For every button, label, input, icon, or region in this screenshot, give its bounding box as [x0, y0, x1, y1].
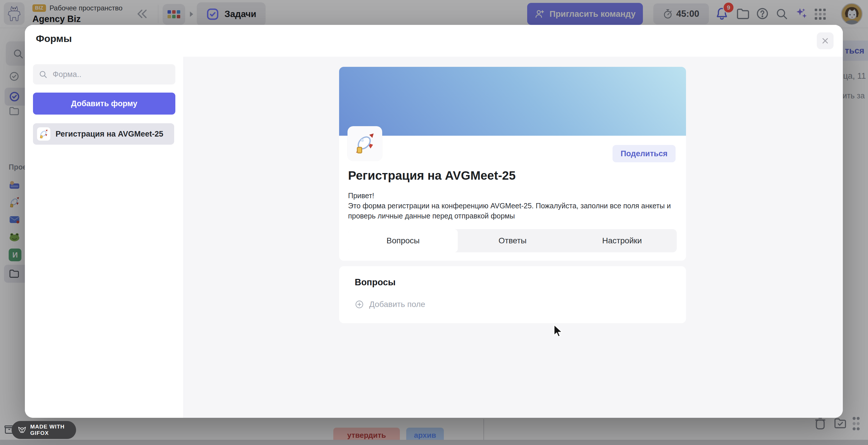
screen: BIZ Рабочее пространство Agency Biz Зада…: [0, 0, 868, 445]
share-button[interactable]: Поделиться: [613, 145, 676, 162]
forms-modal: Формы Добавить форму Регистрация н: [25, 25, 843, 418]
questions-heading: Вопросы: [355, 277, 396, 288]
form-description: Привет! Это форма регистрации на конфере…: [348, 191, 677, 221]
gifox-watermark: MADE WITH GIFOX: [11, 421, 76, 439]
tab-questions[interactable]: Вопросы: [348, 229, 458, 252]
gifox-label: MADE WITH GIFOX: [30, 423, 76, 436]
search-icon: [39, 70, 48, 79]
modal-sidebar: Добавить форму Регистрация на AVGMeet-25: [25, 57, 184, 418]
rocket-emoji-icon: [39, 129, 49, 139]
form-search-field[interactable]: [33, 64, 175, 85]
fox-icon: [18, 425, 26, 434]
add-form-button[interactable]: Добавить форму: [33, 93, 175, 115]
form-title: Регистрация на AVGMeet-25: [348, 169, 516, 183]
questions-card: Вопросы Добавить поле: [339, 266, 686, 323]
modal-main: Поделиться Регистрация на AVGMeet-25 При…: [184, 57, 843, 418]
modal-header: Формы: [25, 25, 843, 57]
form-tabs: Вопросы Ответы Настройки: [348, 229, 677, 252]
form-greeting: Привет!: [348, 191, 677, 201]
form-header-card: Поделиться Регистрация на AVGMeet-25 При…: [339, 67, 686, 261]
form-banner: [339, 67, 686, 136]
rocket-emoji-icon: [353, 132, 376, 155]
form-icon-wrap[interactable]: [347, 126, 382, 161]
modal-title: Формы: [36, 33, 72, 44]
add-field-label: Добавить поле: [369, 300, 425, 309]
add-field-button[interactable]: Добавить поле: [355, 300, 425, 309]
form-description-text: Это форма регистрации на конференцию AVG…: [348, 201, 677, 221]
form-item-icon-wrap: [37, 127, 50, 140]
form-list-item-label: Регистрация на AVGMeet-25: [56, 130, 163, 138]
tab-answers[interactable]: Ответы: [458, 229, 567, 252]
modal-close-button[interactable]: [817, 32, 834, 49]
close-icon: [822, 37, 829, 44]
mouse-cursor: [552, 324, 564, 337]
plus-circle-icon: [355, 300, 364, 309]
form-search-input[interactable]: [52, 70, 163, 79]
tab-settings[interactable]: Настройки: [567, 229, 677, 252]
form-list-item-selected[interactable]: Регистрация на AVGMeet-25: [33, 123, 174, 145]
